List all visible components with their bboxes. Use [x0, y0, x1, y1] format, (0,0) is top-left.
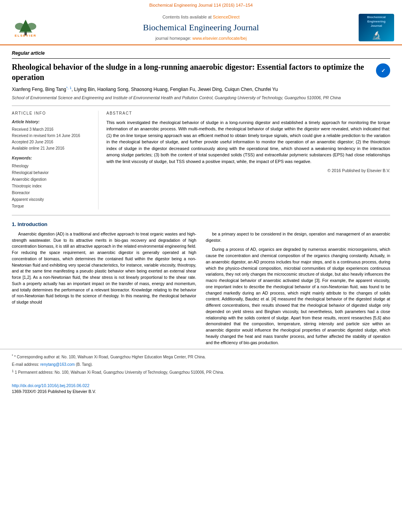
citation-bar: Biochemical Engineering Journal 114 (201… [0, 0, 402, 10]
keyword-7: Torque [12, 203, 90, 209]
footnote-1: 1 1 Permanent address: No. 100, Waihuan … [12, 369, 390, 375]
article-title: Rheological behavior of the sludge in a … [12, 62, 376, 82]
body-left-para1: Anaerobic digestion (AD) is a traditiona… [12, 231, 196, 306]
elsevier-tree-svg: ELSEVIER [8, 18, 43, 37]
footnote-1-text: 1 Permanent address: No. 100, Waihuan Xi… [15, 370, 224, 374]
footnote-star-text: * Corresponding author at: No. 100, Waih… [14, 355, 206, 360]
logo-line3: Journal [367, 24, 385, 28]
footnote-email-suffix: (B. Tang). [76, 362, 93, 367]
copyright-line: © 2016 Published by Elsevier B.V. [106, 168, 390, 174]
content-lists-label: Contents lists available at [162, 15, 212, 19]
revised-date: Received in revised form 14 June 2016 [12, 133, 90, 139]
footnote-1-sup: 1 [12, 369, 14, 373]
journal-name: Biochemical Engineering Journal [43, 22, 359, 34]
abstract-text: This work investigated the rheological b… [106, 119, 390, 165]
article-dates: Received 3 March 2016 Received in revise… [12, 126, 90, 152]
doi-link[interactable]: http://dx.doi.org/10.1016/j.bej.2016.06.… [12, 383, 89, 388]
footnote-star-sup: * [12, 354, 13, 358]
authors-rest: , Liying Bin, Haoliang Song, Shaosong Hu… [71, 87, 277, 92]
journal-homepage: journal homepage: www.elsevier.com/locat… [43, 35, 359, 41]
body-right-para2: During a process of AD, organics are deg… [206, 247, 390, 346]
article-title-row: Rheological behavior of the sludge in a … [12, 62, 390, 82]
accepted-date: Accepted 20 June 2016 [12, 139, 90, 145]
body-right-col: be a primary aspect to be considered in … [206, 231, 390, 349]
received-date: Received 3 March 2016 [12, 126, 90, 133]
doi-section: http://dx.doi.org/10.1016/j.bej.2016.06.… [0, 380, 402, 398]
two-col-section: ARTICLE INFO Article history: Received 3… [12, 106, 390, 209]
body-two-col: Anaerobic digestion (AD) is a traditiona… [12, 231, 390, 349]
elsevier-logo: ELSEVIER [8, 18, 43, 37]
body-right-para1: be a primary aspect to be considered in … [206, 231, 390, 244]
svg-text:✓: ✓ [381, 68, 385, 74]
keyword-5: Bioreactor [12, 189, 90, 196]
issn-text: 1369-703X/© 2016 Published by Elsevier B… [12, 389, 96, 394]
journal-homepage-label: journal homepage: [155, 36, 191, 41]
body-section: 1. Introduction Anaerobic digestion (AD)… [0, 221, 402, 349]
section-divider [12, 215, 390, 215]
article-history-label: Article history: [12, 119, 90, 125]
abstract-heading: ABSTRACT [106, 111, 390, 116]
content-lists-text: Contents lists available at ScienceDirec… [43, 14, 359, 20]
crossmark-icon: ✓ [376, 63, 390, 78]
article-section: Regular article Rheological behavior of … [0, 45, 402, 209]
body-left-col: Anaerobic digestion (AD) is a traditiona… [12, 231, 196, 349]
footnote-section: * * Corresponding author at: No. 100, Wa… [0, 349, 402, 380]
keyword-4: Thixotropic index [12, 183, 90, 189]
article-info-heading: ARTICLE INFO [12, 111, 90, 116]
article-type: Regular article [12, 50, 390, 59]
svg-point-4 [27, 23, 36, 30]
available-date: Available online 21 June 2016 [12, 145, 90, 152]
keyword-3: Anaerobic digestion [12, 176, 90, 183]
logo-bee-icon: 🔬 [372, 30, 382, 41]
authors-sup: *, 1 [66, 86, 72, 90]
citation-text: Biochemical Engineering Journal 114 (201… [149, 3, 253, 7]
footnote-email: E-mail address: renytang@163.com (B. Tan… [12, 361, 390, 367]
svg-text:ELSEVIER: ELSEVIER [15, 34, 37, 37]
journal-homepage-link[interactable]: www.elsevier.com/locate/bej [192, 36, 247, 41]
journal-header: ELSEVIER Contents lists available at Sci… [0, 10, 402, 45]
article-info-col: ARTICLE INFO Article history: Received 3… [12, 111, 99, 209]
keywords-list: Rheology Rheological behavior Anaerobic … [12, 163, 90, 209]
logo-line2: Engineering [367, 19, 385, 24]
affiliation: School of Environmental Science and Engi… [12, 95, 390, 101]
svg-point-3 [15, 23, 24, 30]
crossmark-svg: ✓ [377, 64, 389, 77]
keyword-1: Rheology [12, 163, 90, 169]
keywords-label: Keywords: [12, 156, 90, 161]
journal-logo-right: Biochemical Engineering Journal 🔬 [359, 14, 394, 41]
footnote-star: * * Corresponding author at: No. 100, Wa… [12, 353, 390, 360]
authors-main: Xianfeng Feng, Bing Tang [12, 87, 66, 92]
logo-line1: Biochemical [367, 15, 385, 19]
science-direct-link[interactable]: ScienceDirect [213, 15, 240, 19]
authors: Xianfeng Feng, Bing Tang*, 1, Liying Bin… [12, 85, 390, 93]
page-container: Biochemical Engineering Journal 114 (201… [0, 0, 402, 532]
keyword-6: Apparent viscosity [12, 196, 90, 203]
intro-heading: 1. Introduction [12, 221, 390, 228]
footnote-email-label: E-mail address: [12, 362, 39, 367]
footnote-email-link[interactable]: renytang@163.com [40, 362, 74, 367]
abstract-col: ABSTRACT This work investigated the rheo… [99, 111, 390, 209]
keyword-2: Rheological behavior [12, 169, 90, 176]
journal-title-center: Contents lists available at ScienceDirec… [43, 14, 359, 42]
journal-logo-text: Biochemical Engineering Journal [367, 15, 385, 28]
